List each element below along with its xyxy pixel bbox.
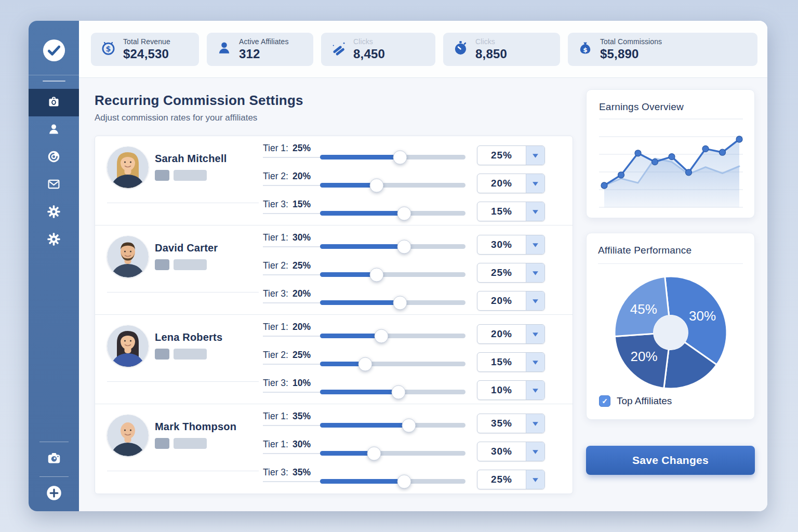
slider-track[interactable] xyxy=(320,451,466,456)
tier-value: 20% xyxy=(292,171,311,181)
slider-fill xyxy=(320,479,404,484)
tier-dropdown[interactable]: 20% xyxy=(477,324,545,344)
tier-slider[interactable] xyxy=(263,211,466,216)
slider-handle[interactable] xyxy=(397,474,411,488)
tier-dropdown[interactable]: 25% xyxy=(477,263,545,283)
tier-dropdown[interactable]: 35% xyxy=(477,414,545,433)
chevron-down-icon[interactable] xyxy=(526,174,544,193)
tier-label: Tier 1: xyxy=(263,411,288,421)
slider-handle[interactable] xyxy=(402,418,416,432)
slider-fill xyxy=(320,423,409,428)
tier-dropdown[interactable]: 30% xyxy=(477,235,545,255)
slider-fill xyxy=(320,300,400,305)
slider-handle[interactable] xyxy=(393,296,407,310)
slider-handle[interactable] xyxy=(370,178,384,192)
tier-slider[interactable] xyxy=(263,183,466,188)
mail-icon xyxy=(47,177,61,193)
slider-handle[interactable] xyxy=(358,357,372,371)
sidebar-item-commissions[interactable] xyxy=(29,89,79,116)
slider-track[interactable] xyxy=(320,362,466,366)
slider-handle[interactable] xyxy=(392,385,406,399)
save-changes-button[interactable]: Save Changes xyxy=(586,446,755,475)
svg-text:$: $ xyxy=(583,46,588,54)
tier-slider[interactable] xyxy=(263,423,466,428)
tier-slider[interactable] xyxy=(263,362,466,366)
tier-slider[interactable] xyxy=(263,300,466,305)
top-affiliates-checkbox[interactable]: ✓ xyxy=(599,395,610,407)
tier-slider[interactable] xyxy=(263,334,466,338)
camera-icon xyxy=(46,450,62,468)
stat-card-active-affiliates: Active Affiliates312 xyxy=(207,33,313,66)
tier-label: Tier 1: xyxy=(263,232,288,243)
chevron-down-icon[interactable] xyxy=(526,381,544,400)
tier-slider[interactable] xyxy=(263,451,466,456)
tag-pill xyxy=(174,259,207,270)
slider-track[interactable] xyxy=(320,334,466,338)
tier-dropdown[interactable]: 20% xyxy=(477,291,545,311)
slider-handle[interactable] xyxy=(397,206,411,220)
tier-line: Tier 2:25% 15% xyxy=(263,349,545,377)
slider-track[interactable] xyxy=(320,272,466,277)
dropdown-value: 15% xyxy=(477,202,526,221)
sidebar-item-add[interactable] xyxy=(29,477,79,511)
slider-handle[interactable] xyxy=(393,150,407,164)
slider-track[interactable] xyxy=(320,479,466,484)
slider-handle[interactable] xyxy=(374,329,388,343)
tier-label: Tier 2: xyxy=(263,350,288,360)
tier-slider[interactable] xyxy=(263,390,466,394)
chevron-down-icon[interactable] xyxy=(526,442,544,461)
tier-value: 35% xyxy=(292,411,311,421)
slider-fill xyxy=(320,451,374,456)
slider-fill xyxy=(320,244,404,249)
slider-track[interactable] xyxy=(320,423,466,428)
tier-dropdown[interactable]: 30% xyxy=(477,442,545,461)
tier-slider[interactable] xyxy=(263,479,466,484)
chevron-down-icon[interactable] xyxy=(526,291,544,310)
chevron-down-icon[interactable] xyxy=(526,470,544,489)
slider-track[interactable] xyxy=(320,211,466,216)
tier-line: Tier 1:20% 20% xyxy=(263,321,545,349)
dropdown-value: 20% xyxy=(477,325,526,343)
tier-dropdown[interactable]: 10% xyxy=(477,380,545,400)
chevron-down-icon[interactable] xyxy=(526,235,544,254)
affiliate-performance-card: Affiliate Performance 30%20%45% ✓ Top Af… xyxy=(586,233,755,420)
slider-track[interactable] xyxy=(320,183,466,188)
sidebar-item-media[interactable] xyxy=(29,442,79,476)
dropdown-value: 20% xyxy=(477,291,526,310)
tier-dropdown[interactable]: 25% xyxy=(477,470,545,489)
slider-track[interactable] xyxy=(320,390,466,394)
tier-line: Tier 1:30% 30% xyxy=(263,438,545,467)
tier-slider[interactable] xyxy=(263,244,466,249)
slider-track[interactable] xyxy=(320,155,466,159)
chevron-down-icon[interactable] xyxy=(526,353,544,371)
coin-dollar-icon: $ xyxy=(100,40,116,58)
tier-dropdown[interactable]: 25% xyxy=(477,145,545,165)
sidebar-item-preferences[interactable] xyxy=(29,227,79,254)
chevron-down-icon[interactable] xyxy=(526,146,544,165)
chevron-down-icon[interactable] xyxy=(526,325,544,343)
tier-dropdown[interactable]: 15% xyxy=(477,352,545,372)
tier-dropdown[interactable]: 20% xyxy=(477,174,545,193)
slider-handle[interactable] xyxy=(367,446,381,460)
sidebar-item-messages[interactable] xyxy=(29,171,79,199)
tier-line: Tier 3:15% 15% xyxy=(263,198,545,227)
slider-handle[interactable] xyxy=(397,240,411,254)
affiliate-row: Mark Thompson Tier 1:35% 35% xyxy=(95,404,573,494)
chevron-down-icon[interactable] xyxy=(526,202,544,221)
slider-track[interactable] xyxy=(320,300,466,305)
stat-card-total-revenue: $Total Revenue$24,530 xyxy=(91,33,199,66)
chevron-down-icon[interactable] xyxy=(526,263,544,282)
sidebar-item-brand[interactable] xyxy=(29,144,79,171)
tier-dropdown[interactable]: 15% xyxy=(477,202,545,221)
tier-slider[interactable] xyxy=(263,272,466,277)
chevron-down-icon[interactable] xyxy=(526,414,544,433)
slider-handle[interactable] xyxy=(370,268,384,282)
dropdown-value: 10% xyxy=(477,381,526,400)
main-area: $Total Revenue$24,530Active Affiliates31… xyxy=(79,21,767,511)
tier-slider[interactable] xyxy=(263,155,466,159)
tag-pill xyxy=(174,438,207,449)
slider-track[interactable] xyxy=(320,244,466,249)
tier-label: Tier 1: xyxy=(263,439,288,449)
sidebar-item-affiliates[interactable] xyxy=(29,116,79,144)
sidebar-item-settings[interactable] xyxy=(29,199,79,227)
